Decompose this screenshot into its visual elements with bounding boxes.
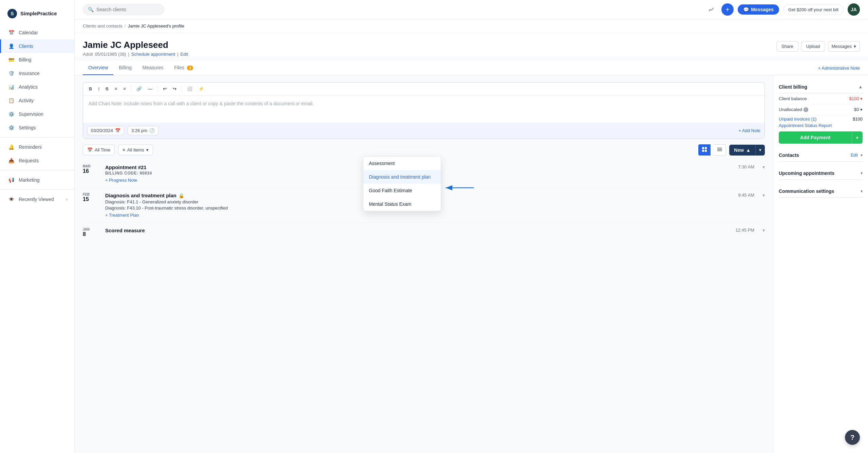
toolbar-separator1 <box>131 86 131 92</box>
calendar-filter-icon: 📅 <box>87 147 93 152</box>
share-button[interactable]: Share <box>776 41 798 52</box>
editor-toolbar: B I S ≡ ≡ 🔗 — ↩ ↪ ⬜ ⚡ <box>83 83 765 95</box>
logo-icon: S <box>7 8 18 19</box>
new-btn-up-icon: ▲ <box>746 147 751 153</box>
dropdown-item-mental-status[interactable]: Mental Status Exam <box>363 197 441 211</box>
sidebar-item-clients[interactable]: 👤 Clients <box>0 39 74 53</box>
image-button[interactable]: ⬜ <box>185 85 194 92</box>
numbered-list-button[interactable]: ≡ <box>121 85 128 92</box>
recently-viewed-icon: 👁️ <box>8 196 15 203</box>
undo-button[interactable]: ↩ <box>161 85 168 92</box>
promo-button[interactable]: Get $200 off your next bill <box>783 4 844 15</box>
bullet-list-button[interactable]: ≡ <box>113 85 119 92</box>
divider-button[interactable]: — <box>146 85 154 92</box>
pipe-separator: | <box>128 52 129 57</box>
grid-view-icon <box>702 147 707 152</box>
add-button[interactable]: + <box>721 3 734 16</box>
italic-button[interactable]: I <box>96 85 101 92</box>
unpaid-invoices-link[interactable]: Unpaid invoices (1) $100 <box>779 116 863 122</box>
view-list-button[interactable] <box>714 144 726 156</box>
analytics-topbar-icon[interactable] <box>705 3 717 16</box>
upcoming-appointments-section: Upcoming appointments ▾ <box>779 167 863 180</box>
sidebar-item-supervision[interactable]: ⚙️ Supervision <box>0 107 74 121</box>
filter-time-button[interactable]: 📅 All Time <box>83 145 115 155</box>
contacts-edit-link[interactable]: Edit <box>851 153 858 158</box>
upcoming-appointments-header[interactable]: Upcoming appointments ▾ <box>779 167 863 180</box>
filter-items-button[interactable]: ≡ All Items ▾ <box>118 145 153 155</box>
link-button[interactable]: 🔗 <box>135 85 144 92</box>
date-field[interactable]: 03/20/2024 📅 <box>87 126 124 135</box>
add-payment-dropdown-button[interactable]: ▾ <box>852 131 863 144</box>
tab-overview[interactable]: Overview <box>83 61 113 75</box>
profile-actions: Share Upload Messages ▾ <box>776 41 860 52</box>
communication-settings-header[interactable]: Communication settings ▾ <box>779 185 863 198</box>
sidebar-item-settings[interactable]: ⚙️ Settings <box>0 121 74 134</box>
sidebar-item-calendar[interactable]: 📅 Calendar <box>0 26 74 39</box>
sidebar-item-analytics[interactable]: 📊 Analytics <box>0 80 74 94</box>
sidebar-item-billing[interactable]: 💳 Billing <box>0 53 74 67</box>
svg-rect-4 <box>702 150 704 152</box>
edit-profile-link[interactable]: Edit <box>181 52 188 57</box>
svg-text:S: S <box>11 11 14 16</box>
tab-files[interactable]: Files 3 <box>169 61 199 75</box>
settings-icon: ⚙️ <box>8 124 15 131</box>
entry-time: 9:45 AM <box>738 193 754 218</box>
entry-day: 15 <box>83 196 100 202</box>
dropdown-item-assessment[interactable]: Assessment <box>363 157 441 170</box>
dropdown-item-diagnosis-treatment[interactable]: Diagnosis and treatment plan <box>363 170 441 184</box>
unallocated-info-icon[interactable]: ? <box>804 107 808 112</box>
breadcrumb-separator: / <box>125 23 126 29</box>
upload-button[interactable]: Upload <box>801 41 825 52</box>
main-content: 🔍 + 💬 Messages Get $200 off your next bi… <box>75 0 868 453</box>
chart-editor-body[interactable]: Add Chart Note: include notes from a cal… <box>83 95 765 123</box>
appointment-status-report-link[interactable]: Appointment Status Report <box>779 123 863 128</box>
bold-button[interactable]: B <box>87 85 94 92</box>
entry-month: JAN <box>83 228 100 231</box>
sidebar-item-recently-viewed[interactable]: 👁️ Recently Viewed › <box>0 193 74 206</box>
messages-profile-button[interactable]: Messages ▾ <box>828 41 860 52</box>
time-field[interactable]: 3:26 pm 🕐 <box>128 126 158 135</box>
sidebar-item-insurance[interactable]: 🛡️ Insurance <box>0 67 74 80</box>
chart-note-editor: B I S ≡ ≡ 🔗 — ↩ ↪ ⬜ ⚡ Add Chart Note: in… <box>83 82 765 139</box>
breadcrumb-parent[interactable]: Clients and contacts <box>83 23 122 29</box>
entry-chevron-icon: ▾ <box>762 193 765 218</box>
app-logo: S SimplePractice <box>0 5 74 26</box>
new-dropdown-button[interactable]: ▾ <box>755 145 765 156</box>
help-button[interactable]: ? <box>845 430 860 445</box>
tab-measures[interactable]: Measures <box>137 61 169 75</box>
search-box[interactable]: 🔍 <box>83 4 164 15</box>
entry-time: 7:30 AM <box>738 164 754 183</box>
messages-dropdown-icon: ▾ <box>854 44 856 49</box>
dropdown-item-good-faith[interactable]: Good Faith Estimate <box>363 184 441 197</box>
new-main-button[interactable]: New ▲ <box>729 145 755 156</box>
sidebar-item-reminders[interactable]: 🔔 Reminders <box>0 140 74 154</box>
add-payment-button[interactable]: Add Payment <box>779 131 852 144</box>
admin-note-button[interactable]: + Administrative Note <box>818 61 860 75</box>
entry-time: 12:45 PM <box>735 228 754 237</box>
toolbar-separator3 <box>182 86 182 92</box>
unallocated-dropdown-icon[interactable]: ▾ <box>860 107 863 112</box>
entry-day: 16 <box>83 168 100 174</box>
contacts-header[interactable]: Contacts Edit ▾ <box>779 149 863 162</box>
messages-button[interactable]: 💬 Messages <box>738 4 779 15</box>
svg-rect-5 <box>705 150 707 152</box>
redo-button[interactable]: ↪ <box>171 85 178 92</box>
sidebar-item-marketing[interactable]: 📢 Marketing <box>0 173 74 187</box>
sidebar-item-activity[interactable]: 📋 Activity <box>0 94 74 107</box>
add-progress-note-link[interactable]: + Progress Note <box>105 178 137 183</box>
add-note-button[interactable]: + Add Note <box>738 128 760 133</box>
tab-billing[interactable]: Billing <box>113 61 137 75</box>
add-treatment-plan-link[interactable]: + Treatment Plan <box>105 213 139 218</box>
reminders-icon: 🔔 <box>8 144 15 150</box>
svg-rect-2 <box>702 147 704 149</box>
strikethrough-button[interactable]: S <box>104 85 110 92</box>
client-billing-header[interactable]: Client billing ▲ <box>779 81 863 93</box>
view-grid-button[interactable] <box>698 144 711 156</box>
schedule-appointment-link[interactable]: Schedule appointment <box>131 52 175 57</box>
special-button[interactable]: ⚡ <box>197 85 206 92</box>
sidebar-item-requests[interactable]: 📥 Requests <box>0 154 74 167</box>
avatar[interactable]: JA <box>848 3 860 16</box>
balance-dropdown-icon[interactable]: ▾ <box>860 96 863 101</box>
search-input[interactable] <box>96 7 159 12</box>
sidebar-nav: 📅 Calendar 👤 Clients 💳 Billing 🛡️ Insura… <box>0 26 74 448</box>
